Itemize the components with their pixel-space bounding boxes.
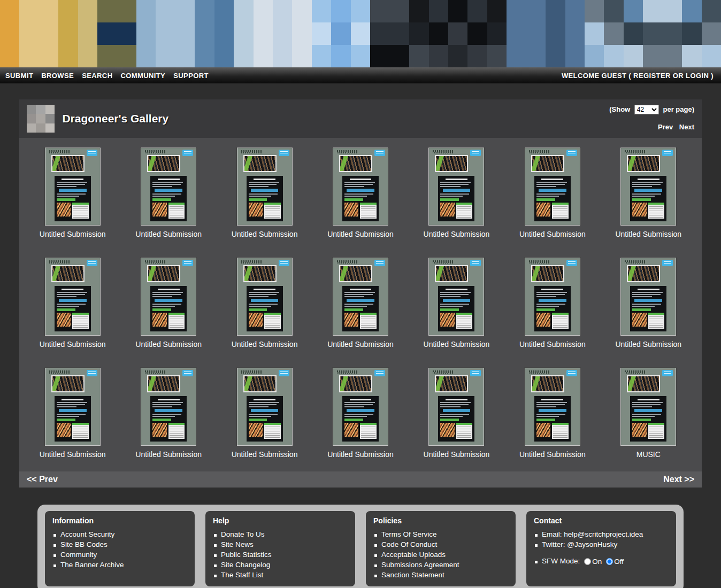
- prev-link-top[interactable]: Prev: [658, 123, 673, 131]
- submission-thumbnail[interactable]: [525, 148, 580, 226]
- thumb-script-text: [337, 370, 358, 374]
- banner-tile: [292, 0, 311, 22]
- banner-tile: [292, 22, 311, 45]
- banner-tile: [117, 45, 136, 67]
- gallery-item: Untitled Submission: [615, 148, 681, 238]
- submission-title[interactable]: Untitled Submission: [232, 230, 298, 238]
- submission-thumbnail[interactable]: [333, 148, 388, 226]
- submission-thumbnail[interactable]: [333, 368, 388, 446]
- footer-link[interactable]: Community: [52, 550, 187, 560]
- nav-link-submit[interactable]: SUBMIT: [5, 72, 33, 80]
- thumb-badge: [87, 370, 97, 376]
- submission-thumbnail[interactable]: [620, 258, 676, 336]
- thumb-badge: [470, 260, 481, 266]
- submission-thumbnail[interactable]: [237, 368, 293, 446]
- submission-title[interactable]: Untitled Submission: [327, 450, 394, 459]
- footer-box-help: HelpDonate To UsSite NewsPublic Statisti…: [205, 511, 355, 586]
- nav-link-search[interactable]: SEARCH: [82, 72, 112, 80]
- submission-title[interactable]: Untitled Submission: [40, 230, 106, 238]
- submission-title[interactable]: Untitled Submission: [424, 230, 490, 238]
- submission-thumbnail[interactable]: [525, 368, 580, 446]
- banner-tile: [585, 0, 604, 22]
- nav-welcome-login[interactable]: WELCOME GUEST ( REGISTER OR LOGIN ): [562, 72, 714, 80]
- submission-thumbnail[interactable]: [525, 258, 580, 336]
- thumb-badge: [279, 370, 289, 376]
- banner-tile: [195, 0, 214, 22]
- submission-title[interactable]: Untitled Submission: [232, 450, 298, 459]
- banner-tile: [526, 22, 546, 45]
- banner-tile: [390, 0, 409, 22]
- submission-thumbnail[interactable]: [45, 148, 101, 226]
- submission-thumbnail[interactable]: [141, 368, 196, 446]
- submission-title[interactable]: Untitled Submission: [40, 340, 106, 349]
- next-page-button[interactable]: Next >>: [663, 475, 694, 484]
- show-label-pre: (Show: [609, 105, 630, 113]
- submission-title[interactable]: Untitled Submission: [424, 450, 490, 459]
- thumb-script-text: [433, 260, 454, 264]
- thumb-page-body: [55, 396, 91, 442]
- footer-link[interactable]: Account Security: [52, 529, 187, 539]
- footer-link[interactable]: The Staff List: [213, 570, 348, 580]
- submission-thumbnail[interactable]: [428, 258, 484, 336]
- submission-title[interactable]: Untitled Submission: [615, 340, 681, 349]
- banner-tile: [487, 0, 507, 22]
- submission-title[interactable]: Untitled Submission: [519, 450, 586, 459]
- contact-email-link[interactable]: Email: help@scritchproject.idea: [534, 529, 669, 539]
- banner-tile: [507, 0, 526, 22]
- submission-title[interactable]: Untitled Submission: [519, 340, 586, 349]
- thumb-page-body: [247, 286, 283, 331]
- submission-title[interactable]: Untitled Submission: [615, 230, 681, 238]
- thumb-script-text: [433, 370, 454, 374]
- footer-link[interactable]: Terms Of Service: [373, 529, 508, 539]
- nav-link-browse[interactable]: BROWSE: [41, 72, 74, 80]
- submission-thumbnail[interactable]: [237, 148, 293, 226]
- sfw-off-radio[interactable]: [606, 558, 613, 565]
- footer-link[interactable]: Site Changelog: [213, 560, 348, 570]
- submission-thumbnail[interactable]: [620, 368, 676, 446]
- submission-title[interactable]: Untitled Submission: [327, 340, 394, 349]
- footer-box-policies: PoliciesTerms Of ServiceCode Of ConductA…: [366, 511, 516, 586]
- submission-title[interactable]: MUSIC: [620, 450, 676, 459]
- submission-thumbnail[interactable]: [45, 258, 101, 336]
- footer-link[interactable]: Sanction Statement: [373, 570, 508, 580]
- footer-link[interactable]: Acceptable Uploads: [373, 550, 508, 560]
- submission-thumbnail[interactable]: [237, 258, 293, 336]
- banner-tile: [19, 45, 39, 67]
- submission-thumbnail[interactable]: [333, 258, 388, 336]
- submission-thumbnail[interactable]: [620, 148, 676, 226]
- submission-title[interactable]: Untitled Submission: [327, 230, 394, 238]
- submission-thumbnail[interactable]: [45, 368, 101, 446]
- submission-title[interactable]: Untitled Submission: [135, 340, 202, 349]
- next-link-top[interactable]: Next: [679, 123, 694, 131]
- per-page-select[interactable]: 42: [634, 105, 659, 114]
- sfw-on-radio[interactable]: [584, 558, 591, 565]
- banner-tile: [448, 22, 467, 45]
- submission-title[interactable]: Untitled Submission: [40, 450, 106, 459]
- submission-title[interactable]: Untitled Submission: [519, 230, 586, 238]
- nav-link-community[interactable]: COMMUNITY: [120, 72, 165, 80]
- footer-link[interactable]: Site BB Codes: [52, 539, 187, 550]
- submission-thumbnail[interactable]: [428, 368, 484, 446]
- thumb-page-body: [342, 176, 379, 221]
- nav-link-support[interactable]: SUPPORT: [173, 72, 209, 80]
- footer-link[interactable]: Submissions Agreement: [373, 560, 508, 570]
- prev-page-button[interactable]: << Prev: [27, 475, 58, 484]
- submission-title[interactable]: Untitled Submission: [135, 230, 202, 238]
- submission-thumbnail[interactable]: [428, 148, 484, 226]
- thumb-script-text: [49, 370, 71, 374]
- thumb-photo: [243, 375, 277, 392]
- footer-link[interactable]: Donate To Us: [213, 529, 348, 539]
- submission-thumbnail[interactable]: [141, 258, 196, 336]
- footer-link[interactable]: Site News: [213, 539, 348, 550]
- thumb-script-text: [241, 150, 263, 153]
- footer-link[interactable]: Public Statistics: [213, 550, 348, 560]
- submission-thumbnail[interactable]: [141, 148, 196, 226]
- submission-title[interactable]: Untitled Submission: [232, 340, 298, 349]
- footer-link[interactable]: The Banner Archive: [52, 560, 187, 570]
- footer-link[interactable]: Code Of Conduct: [373, 539, 508, 550]
- footer-box-title: Contact: [534, 516, 669, 525]
- contact-twitter-link[interactable]: Twitter: @JaysonHusky: [534, 539, 669, 550]
- sfw-off-label: Off: [614, 558, 624, 566]
- submission-title[interactable]: Untitled Submission: [135, 450, 202, 459]
- submission-title[interactable]: Untitled Submission: [424, 340, 490, 349]
